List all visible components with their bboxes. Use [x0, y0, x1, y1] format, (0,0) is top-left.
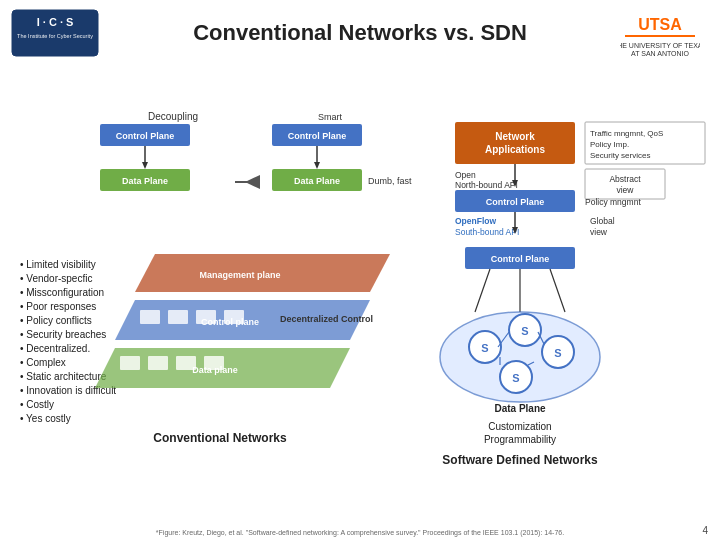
abstract-view: Abstract [609, 174, 641, 184]
smart-label: Smart [318, 112, 343, 122]
bullet-1: • Limited visibility [20, 259, 96, 270]
mgmt-plane-label: Management plane [199, 270, 280, 280]
switch-s3: S [554, 347, 561, 359]
bullet-11: • Costly [20, 399, 54, 410]
utsa-logo: UTSA THE UNIVERSITY OF TEXAS AT SAN ANTO… [620, 8, 700, 58]
policy-mngmt: Policy mngmnt [585, 197, 641, 207]
openflow-south: South-bound API [455, 227, 519, 237]
global-view2: view [590, 227, 608, 237]
main-diagram: Decoupling Control Plane Data Plane Smar… [0, 62, 720, 522]
right-control-plane: Control Plane [288, 131, 347, 141]
svg-rect-32 [224, 310, 244, 324]
left-data-plane: Data Plane [122, 176, 168, 186]
bullet-7: • Decentralized. [20, 343, 90, 354]
bullet-9: • Static architecture [20, 371, 107, 382]
svg-rect-35 [176, 356, 196, 370]
global-view: Global [590, 216, 615, 226]
page-number: 4 [702, 525, 708, 536]
svg-marker-16 [314, 162, 320, 169]
svg-rect-36 [204, 356, 224, 370]
switch-s2: S [521, 325, 528, 337]
page-title: Conventional Networks vs. SDN [100, 20, 620, 46]
svg-rect-34 [148, 356, 168, 370]
security-services: Security services [590, 151, 650, 160]
abstract-view2: view [616, 185, 634, 195]
switch-s1: S [481, 342, 488, 354]
svg-line-38 [475, 269, 490, 312]
traffic-info: Traffic mngmnt, QoS [590, 129, 663, 138]
sdn-data-plane-label: Data Plane [494, 403, 546, 414]
svg-rect-33 [120, 356, 140, 370]
policy-info: Policy Imp. [590, 140, 629, 149]
svg-rect-29 [140, 310, 160, 324]
sdn-label: Software Defined Networks [442, 453, 598, 467]
open-north-bound2: North-bound API [455, 180, 518, 190]
sdn-ctrl-plane2: Control Plane [491, 254, 550, 264]
bullet-6: • Security breaches [20, 329, 106, 340]
bullet-5: • Policy conflicts [20, 315, 92, 326]
svg-text:I · C · S: I · C · S [37, 16, 74, 28]
svg-text:THE UNIVERSITY OF TEXAS: THE UNIVERSITY OF TEXAS [620, 42, 700, 49]
svg-rect-30 [168, 310, 188, 324]
programmability-label: Programmability [484, 434, 556, 445]
openflow-label: OpenFlow [455, 216, 496, 226]
network-applications-box: Network [495, 131, 535, 142]
svg-rect-31 [196, 310, 216, 324]
bullet-3: • Missconfiguration [20, 287, 104, 298]
svg-text:The Institute for Cyber Securi: The Institute for Cyber Security [17, 33, 93, 39]
svg-text:UTSA: UTSA [638, 16, 682, 33]
footer-citation: *Figure: Kreutz, Diego, et al. "Software… [0, 529, 720, 536]
svg-line-40 [550, 269, 565, 312]
decoupling-label: Decoupling [148, 111, 198, 122]
page: I · C · S The Institute for Cyber Securi… [0, 0, 720, 540]
ics-logo: I · C · S The Institute for Cyber Securi… [10, 8, 100, 58]
open-north-bound: Open [455, 170, 476, 180]
svg-rect-18 [455, 122, 575, 164]
dumb-label: Dumb, fast [368, 176, 412, 186]
header: I · C · S The Institute for Cyber Securi… [0, 0, 720, 62]
bullet-8: • Complex [20, 357, 66, 368]
conventional-label: Conventional Networks [153, 431, 287, 445]
bullet-12: • Yes costly [20, 413, 71, 424]
svg-text:AT SAN ANTONIO: AT SAN ANTONIO [631, 50, 690, 57]
sdn-control-plane: Control Plane [486, 197, 545, 207]
decentralized-label: Decentralized Control [280, 314, 373, 324]
left-control-plane: Control Plane [116, 131, 175, 141]
switch-s4: S [512, 372, 519, 384]
bullet-2: • Vendor-specfic [20, 273, 92, 284]
right-data-plane: Data Plane [294, 176, 340, 186]
bullet-4: • Poor responses [20, 301, 96, 312]
svg-marker-10 [142, 162, 148, 169]
customization-label: Customization [488, 421, 551, 432]
network-applications-box2: Applications [485, 144, 545, 155]
